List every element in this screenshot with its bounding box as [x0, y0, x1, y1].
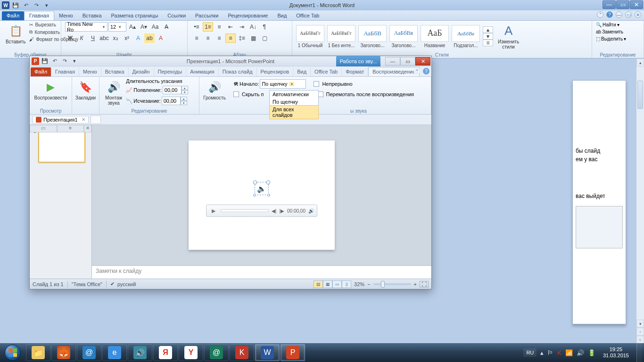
qat-undo[interactable]: ↶ — [22, 1, 30, 9]
pp-maximize[interactable]: ▭ — [400, 57, 415, 66]
borders[interactable]: ▢ — [259, 33, 270, 43]
font-name-combo[interactable]: Times New Ro▼ — [65, 22, 107, 32]
slide-thumbnail-1[interactable]: 1 — [33, 129, 88, 163]
slides-tab[interactable]: ▭ — [30, 125, 57, 132]
style-heading1[interactable]: АаБбВЗаголово... — [358, 25, 387, 48]
task-yabrowser[interactable]: Y — [179, 344, 203, 361]
fadein-spinner[interactable]: ▴▾ — [163, 85, 188, 95]
word-minimize-ribbon[interactable]: ˄ — [597, 11, 603, 18]
sort[interactable]: A↓ — [248, 22, 258, 32]
shrink-font[interactable]: A▾ — [139, 22, 149, 32]
style-heading2[interactable]: АаБбВвЗаголово... — [389, 25, 418, 48]
find-button[interactable]: 🔍 Найти ▾ — [596, 22, 619, 27]
word-maximize[interactable]: ▭ — [616, 0, 629, 9]
outline-tab[interactable]: ≡ — [57, 125, 84, 132]
numbering[interactable]: 1≡ — [203, 22, 213, 32]
superscript[interactable]: x² — [122, 33, 132, 43]
tray-volume-icon[interactable]: 🔊 — [577, 349, 584, 356]
styles-more[interactable]: ≡ — [483, 40, 493, 46]
browse-object[interactable]: ○ — [636, 336, 644, 344]
slide-indicator[interactable]: Слайд 1 из 1 — [33, 281, 64, 287]
dropdown-item-auto[interactable]: Автоматически — [270, 90, 318, 98]
task-mail[interactable]: @ — [77, 344, 101, 361]
scroll-down[interactable]: ▾ — [636, 320, 644, 328]
presentation-tab[interactable]: Презентация1 ✕ — [33, 116, 89, 123]
qat-redo[interactable]: ↷ — [32, 1, 41, 9]
task-ie[interactable]: e — [102, 344, 127, 361]
clock[interactable]: 19:25 31.03.2015 — [599, 346, 633, 359]
show-desktop[interactable] — [636, 343, 642, 362]
pp-tab-officetab[interactable]: Office Tab — [311, 67, 342, 76]
task-firefox[interactable]: 🦊 — [51, 344, 76, 361]
show-marks[interactable]: ¶ — [259, 22, 270, 32]
word-close-doc-controls[interactable]: — — [616, 11, 622, 18]
pp-minimize[interactable]: — — [385, 57, 400, 66]
pp-help[interactable]: ? — [423, 68, 429, 74]
style-title[interactable]: АаБНазвание — [421, 25, 449, 48]
media-volume[interactable]: 🔊 — [308, 208, 314, 214]
word-vertical-scrollbar[interactable]: ▴ ▾ ◦ ○ ◦ — [636, 58, 644, 352]
pp-zoom-out[interactable]: − — [367, 281, 370, 287]
bookmarks-button[interactable]: 🔖Закладки — [74, 78, 98, 101]
word-tab-file[interactable]: Файл — [2, 11, 24, 20]
style-normal[interactable]: АаБбВвГг1 Обычный — [296, 25, 324, 48]
fadeout-spinner[interactable]: ▴▾ — [162, 96, 187, 106]
align-right[interactable]: ≡ — [214, 33, 224, 43]
scroll-up[interactable]: ▴ — [636, 58, 644, 66]
word-minimize[interactable]: — — [603, 0, 616, 9]
pp-tab-insert[interactable]: Вставка — [101, 67, 129, 76]
media-play-button[interactable]: ▶ — [209, 206, 218, 215]
hide-checkbox[interactable] — [233, 91, 239, 97]
align-justify[interactable]: ≡ — [225, 33, 236, 43]
qat-save[interactable]: 💾 — [11, 1, 20, 9]
pp-zoom-value[interactable]: 32% — [354, 281, 364, 287]
clear-formatting[interactable]: A̶ — [161, 22, 172, 32]
pp-lang[interactable]: русский — [117, 281, 136, 287]
word-close-doc[interactable]: ✕ — [635, 11, 641, 18]
highlight-color[interactable]: ab — [144, 33, 155, 43]
pp-tab-menu[interactable]: Меню — [79, 67, 101, 76]
align-left[interactable]: ≡ — [191, 33, 202, 43]
bullets[interactable]: •≡ — [191, 22, 202, 32]
task-mailru[interactable]: @ — [204, 344, 229, 361]
word-tab-review[interactable]: Рецензирование — [223, 11, 272, 20]
play-preview-button[interactable]: ▶Воспроизвести — [33, 78, 69, 101]
prev-page[interactable]: ◦ — [636, 328, 644, 336]
input-lang[interactable]: RU — [523, 348, 537, 357]
word-help[interactable]: ? — [606, 11, 613, 18]
inc-indent[interactable]: ⇥ — [237, 22, 247, 32]
pp-qat-redo[interactable]: ↷ — [60, 58, 69, 65]
loop-checkbox[interactable] — [314, 81, 319, 87]
word-tab-view[interactable]: Вид — [272, 11, 291, 20]
font-color[interactable]: A — [156, 33, 166, 43]
word-restore-doc[interactable]: ▭ — [625, 11, 632, 18]
pp-tab-design[interactable]: Дизайн — [129, 67, 154, 76]
font-size-combo[interactable]: 12▼ — [108, 22, 126, 32]
start-dropdown[interactable]: По щелчку▾ — [260, 79, 306, 89]
pp-zoom-in[interactable]: + — [414, 281, 417, 287]
change-styles[interactable]: AИзменить стили — [496, 22, 521, 50]
style-nospace[interactable]: АаБбВвГг1 Без инте... — [327, 25, 355, 48]
select-button[interactable]: ⬚ Выделить ▾ — [596, 36, 626, 41]
word-tab-references[interactable]: Ссылки — [163, 11, 190, 20]
word-tab-home[interactable]: Главная — [24, 11, 54, 20]
align-center[interactable]: ≡ — [203, 33, 213, 43]
subscript[interactable]: x₂ — [110, 33, 121, 43]
start-button[interactable] — [0, 343, 25, 362]
trim-audio-button[interactable]: 🔊Монтаж звука — [103, 78, 124, 107]
replace-button[interactable]: ab Заменить — [596, 29, 623, 34]
dec-indent[interactable]: ⇤ — [225, 22, 236, 32]
dropdown-item-click[interactable]: По щелчку — [270, 98, 318, 106]
tray-battery-icon[interactable]: 🔋 — [588, 349, 595, 356]
change-case[interactable]: Aa — [150, 22, 160, 32]
tray-kaspersky-icon[interactable]: K — [557, 349, 561, 356]
word-tab-officetab[interactable]: Office Tab — [291, 11, 324, 20]
word-tab-pagelayout[interactable]: Разметка страницы — [107, 11, 163, 20]
grow-font[interactable]: A▴ — [127, 22, 138, 32]
media-next[interactable]: |▶ — [279, 208, 284, 214]
text-effects[interactable]: A — [133, 33, 143, 43]
pp-tab-review[interactable]: Рецензиров — [257, 67, 294, 76]
audio-object[interactable]: 🔈 — [255, 182, 269, 195]
task-powerpoint[interactable]: P — [281, 344, 305, 361]
style-subtitle[interactable]: АаБбВвПодзагол... — [452, 25, 480, 48]
